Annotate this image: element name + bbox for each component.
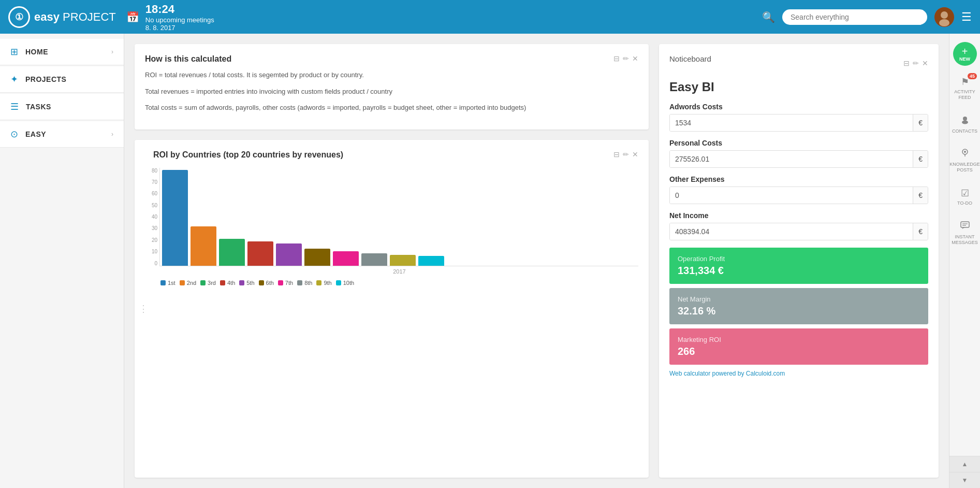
chart-edit-icon[interactable]: ✏	[623, 150, 629, 159]
y-label-80: 80	[152, 168, 157, 174]
bar-chart-container: 80 70 60 50 40 30 20 10 0	[145, 168, 638, 282]
legend-dot-3rd	[200, 280, 206, 285]
new-button[interactable]: + NEW	[953, 42, 977, 66]
svg-point-4	[962, 120, 968, 124]
legend-dot-2nd	[180, 280, 185, 285]
calculoid-link[interactable]: Web calculator powered by Calculoid.com	[669, 370, 928, 377]
contacts-label: CONTACTS	[952, 128, 977, 134]
metric-operation-profit: Operation Profit 131,334 €	[669, 248, 928, 284]
calc-text-2: Total revenues = imported entries into i…	[145, 87, 638, 97]
left-column: How is this calculated ⊟ ✏ ✕ ROI = total…	[135, 44, 649, 478]
y-label-0: 0	[154, 261, 157, 266]
sidebar-label-easy: EASY	[25, 130, 104, 138]
legend-dot-4th	[220, 280, 225, 285]
svg-point-7	[964, 151, 966, 153]
field-input-row-personal: €	[669, 150, 928, 168]
svg-point-3	[963, 117, 967, 121]
card-body: ROI = total revenues / total costs. It i…	[145, 70, 638, 113]
field-currency-other: €	[913, 187, 928, 204]
logo-icon: ①	[8, 6, 30, 28]
bar-7th[interactable]	[333, 251, 359, 266]
sidebar-label-tasks: TASKS	[26, 103, 113, 111]
legend-dot-10th	[336, 280, 341, 285]
edit-icon[interactable]: ✏	[623, 54, 629, 63]
chart-card-header: ROI by Countries (top 20 countries by re…	[145, 150, 638, 160]
legend-6th: 6th	[259, 280, 274, 286]
field-input-row-net-income: €	[669, 223, 928, 240]
sidebar-item-activity-feed[interactable]: ⚑ ACTIVITYFEED 45	[949, 69, 980, 108]
metric-label-marketing-roi: Marketing ROI	[678, 336, 920, 343]
sidebar-item-easy[interactable]: ⊙ EASY ›	[0, 121, 124, 148]
noticeboard-title: Noticeboard	[669, 54, 711, 63]
sidebar-item-projects[interactable]: ✦ PROJECTS	[0, 66, 124, 93]
legend-dot-6th	[259, 280, 264, 285]
bar-chart-area: 80 70 60 50 40 30 20 10 0	[145, 168, 638, 266]
metric-value-operation-profit: 131,334 €	[678, 265, 920, 277]
calc-text-3: Total costs = sum of adwords, payrolls, …	[145, 103, 638, 113]
avatar[interactable]	[934, 7, 954, 27]
metric-marketing-roi: Marketing ROI 266	[669, 328, 928, 365]
menu-icon[interactable]: ☰	[961, 10, 972, 24]
calc-text-1: ROI = total revenues / total costs. It i…	[145, 70, 638, 80]
bar-6th[interactable]	[304, 249, 330, 266]
sidebar: ⊞ HOME › ✦ PROJECTS ☰ TASKS ⊙ EASY ›	[0, 34, 124, 488]
svg-rect-8	[961, 222, 969, 227]
field-label-other: Other Expenses	[669, 175, 928, 183]
chart-pin-icon[interactable]: ⊟	[613, 150, 620, 159]
bar-4th[interactable]	[247, 241, 273, 266]
bar-9th[interactable]	[390, 255, 416, 266]
drag-handle[interactable]: ⋮	[139, 303, 148, 314]
roi-chart-card: ⋮ ROI by Countries (top 20 countries by …	[135, 140, 649, 478]
sidebar-item-todo[interactable]: ☑ TO-DO	[949, 180, 980, 213]
search-icon[interactable]: 🔍	[762, 11, 775, 23]
field-input-row-other: €	[669, 186, 928, 204]
svg-point-1	[941, 11, 948, 19]
chart-title: ROI by Countries (top 20 countries by re…	[145, 150, 343, 160]
search-box[interactable]	[782, 9, 927, 25]
field-input-row-adwords: €	[669, 114, 928, 132]
bar-3rd[interactable]	[219, 239, 245, 266]
home-icon: ⊞	[10, 46, 18, 58]
right-sidebar: + NEW ⚑ ACTIVITYFEED 45 CONTACTS KNOWLED…	[949, 34, 980, 488]
bar-2nd[interactable]	[191, 226, 216, 266]
meeting-status: No upcoming meetings	[145, 16, 214, 24]
noticeboard: Noticeboard ⊟ ✏ ✕ Easy BI Adwords Costs …	[659, 44, 939, 478]
search-input[interactable]	[791, 13, 919, 21]
new-label: NEW	[959, 56, 970, 62]
legend-7th: 7th	[278, 280, 293, 286]
bar-1st[interactable]	[162, 170, 188, 266]
field-input-other[interactable]	[670, 187, 913, 204]
sidebar-item-home[interactable]: ⊞ HOME ›	[0, 39, 124, 65]
nb-pin-icon[interactable]: ⊟	[903, 59, 910, 67]
field-currency-net-income: €	[913, 223, 928, 240]
chart-close-icon[interactable]: ✕	[632, 150, 638, 159]
nb-close-icon[interactable]: ✕	[922, 59, 928, 67]
sidebar-item-tasks[interactable]: ☰ TASKS	[0, 94, 124, 120]
bar-8th[interactable]	[361, 253, 387, 266]
pin-icon[interactable]: ⊟	[613, 54, 620, 63]
field-input-net-income[interactable]	[670, 223, 913, 240]
chart-legend: 1st 2nd 3rd 4th	[145, 280, 638, 286]
legend-dot-9th	[316, 280, 321, 285]
header: ① easy PROJECT 📅 18:24 No upcoming meeti…	[0, 0, 980, 34]
close-icon[interactable]: ✕	[632, 54, 638, 63]
sidebar-item-instant-messages[interactable]: INSTANTMESSAGES	[949, 213, 980, 253]
content-area: How is this calculated ⊟ ✏ ✕ ROI = total…	[124, 34, 949, 488]
bar-10th[interactable]	[418, 256, 444, 266]
bar-5th[interactable]	[276, 243, 302, 266]
field-input-adwords[interactable]	[670, 114, 913, 131]
card-actions: ⊟ ✏ ✕	[613, 54, 638, 63]
nb-actions: ⊟ ✏ ✕	[903, 59, 928, 67]
legend-3rd: 3rd	[200, 280, 216, 286]
field-input-personal[interactable]	[670, 151, 913, 167]
legend-dot-7th	[278, 280, 283, 285]
scroll-up-button[interactable]: ▲	[949, 456, 980, 472]
field-label-personal: Personal Costs	[669, 139, 928, 147]
sidebar-item-contacts[interactable]: CONTACTS	[949, 108, 980, 141]
sidebar-item-knowledge-posts[interactable]: KNOWLEDGEPOSTS	[949, 141, 980, 180]
y-label-40: 40	[152, 214, 157, 220]
legend-10th: 10th	[336, 280, 354, 286]
scroll-down-button[interactable]: ▼	[949, 472, 980, 488]
nb-edit-icon[interactable]: ✏	[913, 59, 919, 67]
arrow-icon: ›	[111, 48, 113, 55]
